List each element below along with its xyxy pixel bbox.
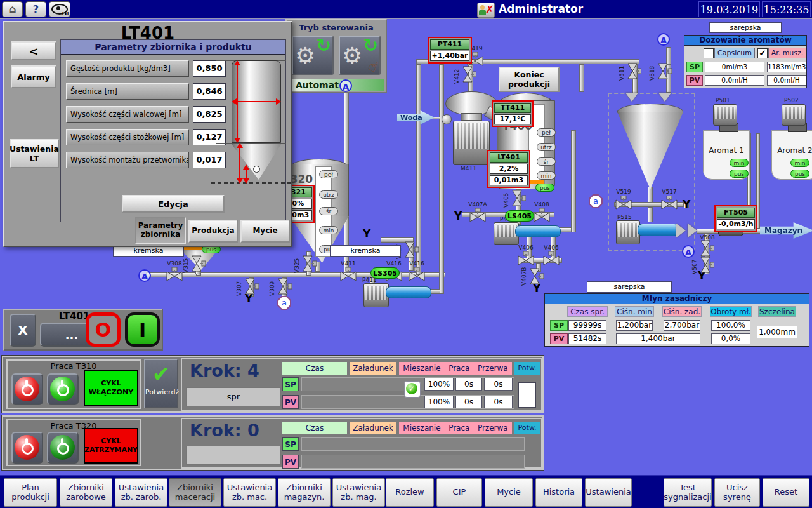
mill-sp-value[interactable]: 99999s: [568, 320, 606, 331]
valve-v417[interactable]: [405, 241, 419, 258]
t320-start-button[interactable]: [47, 432, 79, 464]
t320-stop-button[interactable]: [11, 432, 43, 464]
instrument-ft505[interactable]: FT505-0,0m3/h: [714, 205, 757, 232]
valve-v309[interactable]: [278, 278, 292, 295]
t310-phase-field: spr: [186, 387, 281, 406]
param-value[interactable]: 0,017: [193, 152, 226, 168]
valve-v519[interactable]: [615, 196, 632, 210]
nav-rozlew[interactable]: Rozlew: [386, 478, 434, 507]
back-button[interactable]: <: [11, 41, 56, 60]
valve-v508[interactable]: [700, 240, 714, 257]
t310-stop-button[interactable]: [11, 373, 43, 405]
dosing-sp-value[interactable]: 0ml/m3: [705, 62, 764, 72]
auto-mode-button[interactable]: ⚙ ↻: [292, 36, 334, 75]
sp-value[interactable]: 100%: [424, 378, 454, 391]
valve-v416[interactable]: [409, 267, 425, 281]
manual-mode-button[interactable]: ⚙ ↻ ☝: [339, 36, 381, 75]
valve-v315[interactable]: [192, 255, 206, 272]
nav-zbiorniki-zarobowe[interactable]: Zbiorniki zarobowe: [60, 478, 112, 507]
instrument-tag: FT505: [717, 208, 755, 218]
nav-zbiorniki-maceracji[interactable]: Zbiorniki maceracji: [169, 478, 221, 507]
dosing-checkbox-1[interactable]: [704, 48, 714, 58]
sp-value[interactable]: 0s: [455, 378, 482, 391]
valve-v405[interactable]: [512, 190, 526, 206]
mill-sp-value[interactable]: 2,700bar: [664, 320, 700, 331]
text-view-button[interactable]: txt: [49, 1, 70, 17]
valve-v408[interactable]: [534, 208, 550, 222]
instrument-pt411[interactable]: PT411+1,40bar: [428, 37, 472, 64]
recipe-field-dosing[interactable]: sarepska: [709, 22, 782, 33]
instrument-tt411[interactable]: TT41117,1°C: [492, 100, 534, 127]
level-switch-ls305[interactable]: LS305: [370, 267, 400, 279]
nav-zbiorniki-magazyn-[interactable]: Zbiorniki magazyn.: [278, 478, 331, 507]
pump-p411[interactable]: [363, 283, 389, 307]
user-icon[interactable]: ✗: [477, 3, 495, 18]
edit-button[interactable]: Edycja: [122, 195, 225, 213]
sp-value[interactable]: 0s: [484, 378, 513, 391]
scada-screen: V419V412V405V407AV408V406V406V407BV511V5…: [0, 0, 812, 508]
valve-v518[interactable]: [658, 63, 672, 79]
home-button[interactable]: ⌂: [2, 1, 23, 17]
valve-v307[interactable]: [245, 278, 259, 295]
t320-phase-field: [186, 446, 281, 465]
recipe-field-t320[interactable]: kremska: [330, 245, 401, 257]
nav-ustawienia[interactable]: Ustawienia: [585, 478, 632, 507]
mill-m411-motor[interactable]: [453, 121, 490, 165]
nav-reset[interactable]: Reset: [763, 478, 809, 507]
t310-cycle-status: CYKL WŁĄCZONY: [84, 370, 138, 406]
valve-v507[interactable]: [700, 257, 714, 273]
nav-ustawienia-zb-mag-[interactable]: Ustawienia zb. mag.: [332, 478, 385, 507]
mill-sp-value[interactable]: 100,0%: [711, 320, 750, 331]
dialog-tab-1[interactable]: Parametry zbiornika: [135, 217, 186, 244]
recipe-field-mill[interactable]: sarepska: [587, 281, 672, 293]
phase-col-pause: Przerwa: [478, 424, 508, 432]
valve-v407b[interactable]: [530, 268, 544, 284]
valve-v412[interactable]: [462, 66, 476, 83]
step-ok-icon[interactable]: ✓: [404, 381, 421, 398]
param-value[interactable]: 0,825: [193, 106, 226, 123]
pump-p515[interactable]: [616, 220, 640, 244]
nav-ustawienia-zb-mac-[interactable]: Ustawienia zb. mac.: [223, 478, 276, 507]
nav-ustawienia-zb-zarob-[interactable]: Ustawienia zb. zarob.: [115, 478, 167, 507]
help-button[interactable]: ?: [25, 1, 46, 17]
nav-test-sygnalizacji[interactable]: Test sygnalizacji: [664, 478, 712, 507]
param-value[interactable]: 0,850: [193, 60, 226, 77]
lt-settings-button[interactable]: Ustawienia LT: [10, 139, 59, 168]
pump-label: P502: [784, 97, 799, 104]
level-switch-ls405[interactable]: LS405: [505, 210, 534, 222]
param-value[interactable]: 0,846: [193, 83, 226, 100]
dosing-checkbox-2[interactable]: ✔: [757, 48, 768, 58]
valve-v406[interactable]: [543, 251, 560, 265]
valve-v411[interactable]: [340, 267, 357, 281]
pump-p501[interactable]: [713, 104, 737, 126]
t310-confirm-button[interactable]: ✔ Potwierdź: [144, 359, 178, 408]
valve-v407a[interactable]: [469, 208, 486, 222]
valve-v517[interactable]: [661, 196, 678, 210]
instrument-lt401[interactable]: LT4012,2%0,01m3: [487, 150, 530, 188]
nav-plan-produkcji[interactable]: Plan produkcji: [4, 478, 57, 507]
dialog-tab-2[interactable]: Produkcja: [188, 220, 238, 243]
nav-historia[interactable]: Historia: [535, 478, 582, 507]
mill-gap-value[interactable]: 1,000mm: [757, 326, 797, 338]
t310-start-button[interactable]: [47, 373, 79, 405]
confirm-checkbox[interactable]: [518, 382, 536, 408]
valve-v406[interactable]: [518, 251, 534, 265]
nav-ucisz-syrenę[interactable]: Ucisz syrenę: [714, 478, 760, 507]
instrument-tag: LT401: [490, 152, 528, 163]
on-button[interactable]: I: [125, 312, 160, 347]
end-production-button[interactable]: Koniec produkcji: [499, 67, 560, 92]
instrument-value: -0,0m3/h: [717, 219, 755, 229]
alarms-button[interactable]: Alarmy: [11, 65, 56, 88]
nav-mycie[interactable]: Mycie: [485, 478, 533, 507]
off-button[interactable]: O: [86, 312, 121, 347]
close-button[interactable]: X: [10, 314, 36, 347]
phase-col-mix: Mieszanie: [403, 424, 440, 432]
dosing-sp-value[interactable]: 1183ml/m3: [767, 62, 806, 72]
pump-p502[interactable]: [782, 104, 806, 126]
valve-v325[interactable]: [303, 255, 317, 272]
valve-v308[interactable]: [166, 267, 183, 281]
mill-sp-value[interactable]: 1,200bar: [616, 320, 653, 331]
dialog-tab-3[interactable]: Mycie: [240, 220, 290, 243]
nav-cip[interactable]: CIP: [436, 478, 482, 507]
valve-v511[interactable]: [627, 63, 641, 79]
